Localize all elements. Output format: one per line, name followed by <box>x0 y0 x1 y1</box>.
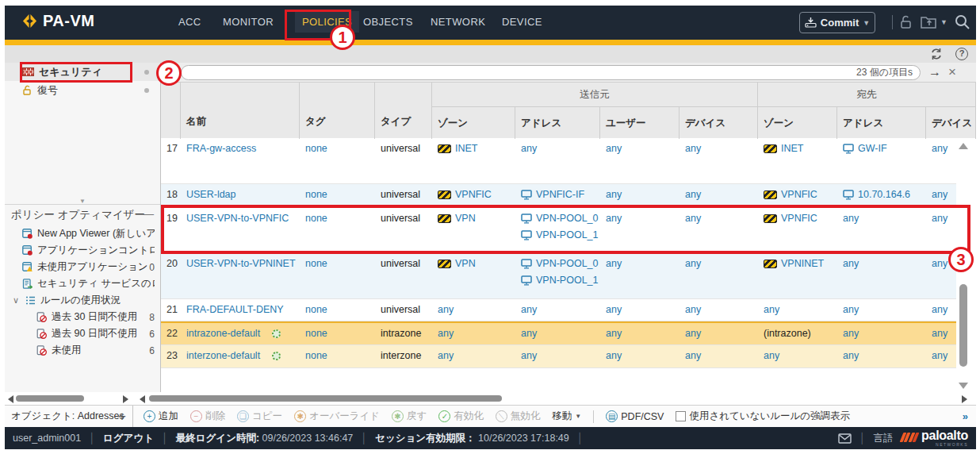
rule-name-link[interactable]: FRA-DEFAULT-DENY <box>186 304 284 315</box>
group-header-destination[interactable]: 宛先 <box>758 83 976 107</box>
cell-value[interactable]: VPN <box>455 258 476 269</box>
hscroll-thumb[interactable] <box>16 395 84 402</box>
cell-value[interactable]: any <box>843 304 859 315</box>
cell-value[interactable]: any <box>685 258 701 269</box>
column-header-dst-zone[interactable]: ゾーン <box>758 107 837 139</box>
cell-value[interactable]: none <box>305 143 327 154</box>
scroll-down-icon[interactable] <box>959 383 968 389</box>
rule-row-23[interactable]: 23interzone-defaultnoneinterzoneanyanyan… <box>161 345 956 368</box>
cell-value[interactable]: any <box>932 143 947 154</box>
cell-value[interactable]: VPNFIC-IF <box>536 189 584 200</box>
column-header-src-user[interactable]: ユーザー <box>600 107 679 139</box>
cell-value[interactable]: any <box>606 328 622 339</box>
rule-name-link[interactable]: intrazone-default <box>186 328 260 339</box>
toolbar-button-[interactable]: 移動▼ <box>552 410 581 423</box>
column-header-name[interactable]: 名前 <box>181 83 300 139</box>
cell-value[interactable]: none <box>305 213 327 224</box>
nav-tab-acc[interactable]: ACC <box>178 16 201 28</box>
cell-value[interactable]: any <box>932 328 947 339</box>
cell-value[interactable]: VPNFIC <box>455 189 492 200</box>
apply-filter-arrow-icon[interactable]: → <box>928 66 941 79</box>
cell-value[interactable]: INET <box>455 143 477 154</box>
cell-value[interactable]: any <box>685 304 701 315</box>
toolbar-button-[interactable]: +追加 <box>144 410 178 423</box>
sidebar-horizontal-scrollbar[interactable] <box>5 394 133 404</box>
cell-value[interactable]: any <box>438 328 454 339</box>
cell-value[interactable]: VPN-POOL_1 <box>536 229 599 240</box>
cell-value[interactable]: INET <box>781 143 803 154</box>
rule-name-link[interactable]: USER-VPN-to-VPNINET <box>186 258 296 269</box>
optimizer-item[interactable]: New App Viewer (新しいアプリ <box>5 225 160 242</box>
column-header-dst-device[interactable]: デバイス <box>926 107 976 139</box>
cell-value[interactable]: none <box>305 350 327 361</box>
rule-name-link[interactable]: USER-ldap <box>186 189 236 200</box>
cell-value[interactable]: any <box>521 350 537 361</box>
scroll-right-icon[interactable] <box>962 395 967 403</box>
config-export-menu[interactable]: ▼ <box>921 14 947 29</box>
nav-tab-objects[interactable]: OBJECTS <box>363 16 413 28</box>
collapse-optimizer-button[interactable]: — <box>144 208 154 220</box>
cell-value[interactable]: any <box>932 213 947 224</box>
clear-filter-close-icon[interactable]: × <box>948 66 956 79</box>
nav-tab-monitor[interactable]: MONITOR <box>223 16 274 28</box>
cell-value[interactable]: VPN-POOL_1 <box>536 275 599 286</box>
cell-value[interactable]: none <box>305 258 327 269</box>
rule-row-20[interactable]: 20USER-VPN-to-VPNINETnoneuniversalVPNVPN… <box>161 253 956 299</box>
scroll-left-icon[interactable] <box>8 395 13 403</box>
cell-value[interactable]: any <box>606 189 622 200</box>
cell-value[interactable]: any <box>685 213 701 224</box>
rule-row-18[interactable]: 18USER-ldapnoneuniversalVPNFICVPNFIC-IFa… <box>161 184 956 208</box>
refresh-icon[interactable] <box>930 48 943 60</box>
cell-value[interactable]: VPNFIC <box>781 189 817 200</box>
cell-value[interactable]: any <box>521 328 537 339</box>
sidebar-item-decryption[interactable]: 復号 <box>5 81 160 99</box>
checkbox-icon[interactable] <box>676 411 686 421</box>
vscroll-thumb[interactable] <box>959 284 967 367</box>
pane-splitter[interactable]: ▼ <box>5 198 160 205</box>
column-header-src-address[interactable]: アドレス <box>515 107 600 139</box>
help-icon[interactable]: ? <box>955 48 968 60</box>
cell-value[interactable]: any <box>521 304 537 315</box>
group-header-source[interactable]: 送信元 <box>432 83 758 107</box>
cell-value[interactable]: any <box>764 304 779 315</box>
cell-value[interactable]: any <box>843 258 859 269</box>
add-object-button[interactable]: + <box>118 409 126 425</box>
cell-value[interactable]: any <box>685 328 701 339</box>
cell-value[interactable]: any <box>685 143 701 154</box>
cell-value[interactable]: any <box>932 350 947 361</box>
nav-tab-device[interactable]: DEVICE <box>502 16 542 28</box>
cell-value[interactable]: any <box>438 350 454 361</box>
cell-value[interactable]: any <box>843 350 859 361</box>
highlight-unused-rules-checkbox[interactable]: 使用されていないルールの強調表示 <box>676 410 850 423</box>
language-link[interactable]: 言語 <box>874 432 894 445</box>
tasks-envelope-icon[interactable] <box>838 433 852 444</box>
column-header-type[interactable]: タイプ <box>375 83 432 139</box>
scroll-left-icon[interactable] <box>140 395 145 403</box>
column-header-src-zone[interactable]: ゾーン <box>432 107 515 139</box>
optimizer-item[interactable]: 未使用6 <box>5 342 160 359</box>
optimizer-item[interactable]: 過去 90 日間不使用6 <box>5 325 160 342</box>
cell-value[interactable]: any <box>606 213 622 224</box>
rule-name-link[interactable]: USER-VPN-to-VPNFIC <box>186 213 289 224</box>
lock-open-icon[interactable] <box>898 14 913 30</box>
cell-value[interactable]: VPN <box>455 213 476 224</box>
optimizer-item[interactable]: 未使用アプリケーション0 <box>5 259 160 275</box>
cell-value[interactable]: any <box>932 189 947 200</box>
rule-name-link[interactable]: FRA-gw-access <box>186 143 256 154</box>
nav-tab-network[interactable]: NETWORK <box>431 16 485 28</box>
cell-value[interactable]: any <box>764 350 779 361</box>
hscroll-thumb[interactable] <box>149 395 502 402</box>
cell-value[interactable]: none <box>305 328 327 339</box>
rule-row-19[interactable]: 19USER-VPN-to-VPNFICnoneuniversalVPNVPN-… <box>161 208 956 253</box>
optimizer-item[interactable]: ∨ルールの使用状況 <box>5 292 160 309</box>
cell-value[interactable]: any <box>606 258 622 269</box>
cell-value[interactable]: any <box>685 350 701 361</box>
sidebar-item-security[interactable]: セキュリティ <box>5 63 160 81</box>
cell-value[interactable]: none <box>305 189 327 200</box>
optimizer-item[interactable]: アプリケーションコントロール <box>5 242 160 259</box>
search-icon[interactable] <box>954 13 970 30</box>
column-header-dst-address[interactable]: アドレス <box>837 107 926 139</box>
cell-value[interactable]: any <box>843 213 859 224</box>
cell-value[interactable]: any <box>932 258 947 269</box>
optimizer-item[interactable]: 過去 30 日間不使用8 <box>5 309 160 325</box>
